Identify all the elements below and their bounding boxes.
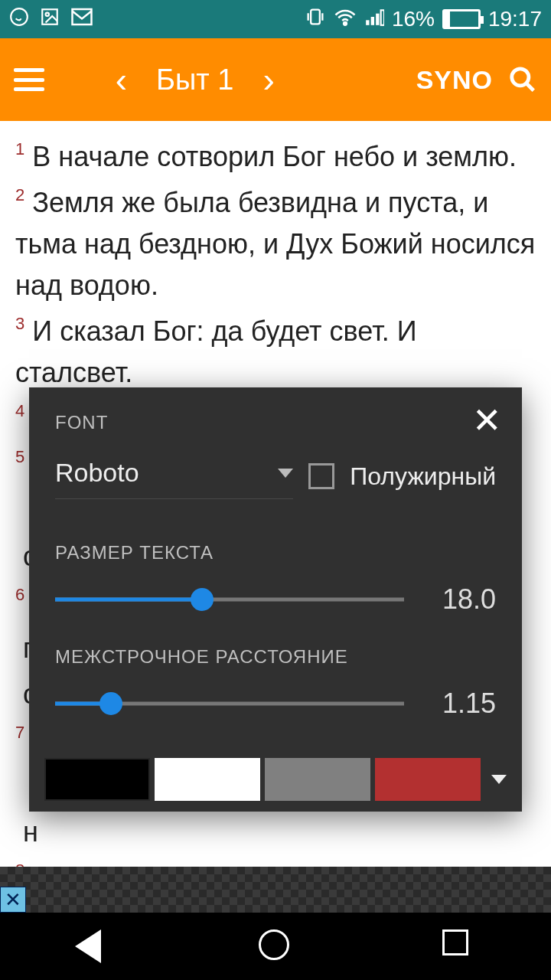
verse: 2Земля же была безвидна и пуста, и тьма … xyxy=(15,182,536,306)
theme-swatch-white[interactable] xyxy=(155,758,260,801)
battery-percent: 16% xyxy=(392,7,435,31)
back-button[interactable] xyxy=(75,929,109,963)
mail-icon xyxy=(70,7,93,32)
bold-label: Полужирный xyxy=(350,462,496,491)
recents-button[interactable] xyxy=(442,929,476,963)
chevron-down-icon xyxy=(278,469,293,478)
vibrate-icon xyxy=(305,6,326,33)
svg-rect-8 xyxy=(376,13,379,24)
svg-rect-6 xyxy=(366,20,369,25)
text-size-value: 18.0 xyxy=(427,583,496,616)
svg-rect-1 xyxy=(42,9,57,24)
close-icon[interactable]: ✕ xyxy=(472,403,502,438)
ad-banner[interactable] xyxy=(0,867,551,913)
theme-swatch-gray[interactable] xyxy=(265,758,370,801)
home-button[interactable] xyxy=(259,929,292,963)
svg-rect-3 xyxy=(73,9,92,24)
app-bar: ‹ Быт 1 › SYNO xyxy=(0,38,551,121)
whatsapp-icon xyxy=(9,7,29,32)
svg-rect-7 xyxy=(371,17,374,25)
chapter-title[interactable]: Быт 1 xyxy=(148,64,241,96)
font-settings-dialog: ✕ FONT Roboto Полужирный РАЗМЕР ТЕКСТА 1… xyxy=(29,387,522,812)
spacing-section-label: МЕЖСТРОЧНОЕ РАССТОЯНИЕ xyxy=(55,646,496,668)
font-section-label: FONT xyxy=(55,412,496,433)
line-spacing-value: 1.15 xyxy=(427,688,496,720)
system-nav-bar xyxy=(0,913,551,980)
status-bar: 16% 19:17 xyxy=(0,0,551,38)
bold-checkbox[interactable] xyxy=(308,463,334,489)
font-dropdown[interactable]: Roboto xyxy=(55,453,293,499)
more-themes-icon[interactable] xyxy=(491,775,507,784)
image-icon xyxy=(40,7,60,32)
clock-time: 19:17 xyxy=(488,7,542,31)
verse: 3И сказал Бог: да будет свет. И сталсвет… xyxy=(15,311,536,394)
battery-icon xyxy=(442,9,481,29)
verse: 1В начале сотворил Бог небо и землю. xyxy=(15,136,536,178)
wifi-icon xyxy=(334,7,357,32)
verse: н xyxy=(15,812,536,853)
font-value: Roboto xyxy=(55,458,139,488)
theme-swatches xyxy=(29,750,522,812)
svg-rect-4 xyxy=(311,9,320,24)
search-icon[interactable] xyxy=(508,65,537,94)
ad-close-button[interactable]: ✕ xyxy=(0,887,26,913)
prev-chapter-button[interactable]: ‹ xyxy=(102,59,141,100)
svg-point-5 xyxy=(344,21,347,24)
svg-rect-9 xyxy=(381,10,384,25)
svg-point-10 xyxy=(512,69,529,86)
theme-swatch-black[interactable] xyxy=(44,758,150,801)
svg-point-2 xyxy=(46,12,49,15)
translation-button[interactable]: SYNO xyxy=(409,65,500,95)
signal-icon xyxy=(364,7,384,32)
text-size-slider[interactable] xyxy=(55,586,404,613)
svg-point-0 xyxy=(11,8,28,25)
size-section-label: РАЗМЕР ТЕКСТА xyxy=(55,542,496,564)
next-chapter-button[interactable]: › xyxy=(249,59,288,100)
theme-swatch-red[interactable] xyxy=(375,758,481,801)
line-spacing-slider[interactable] xyxy=(55,690,404,717)
menu-button[interactable] xyxy=(14,68,44,91)
